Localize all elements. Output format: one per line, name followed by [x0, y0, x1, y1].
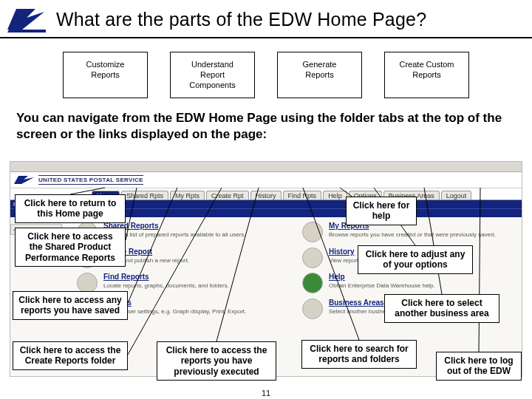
- tab-generate-reports[interactable]: Generate Reports: [277, 52, 362, 98]
- find-reports-icon: [77, 273, 98, 293]
- section-desc: Create and publish a new report.: [103, 257, 289, 265]
- page-title: What are the parts of the EDW Home Page?: [56, 9, 426, 30]
- usps-eagle-logo-small: [13, 174, 35, 186]
- tab-history[interactable]: History: [250, 191, 282, 200]
- section-heading: Options: [103, 299, 289, 307]
- usps-eagle-logo: [6, 4, 47, 34]
- callout-home: Click here to return to this Home page: [15, 194, 126, 223]
- business-areas-icon: [302, 299, 323, 319]
- section-heading: Create Report: [103, 248, 289, 256]
- slide-header: What are the parts of the EDW Home Page?: [0, 0, 532, 38]
- section-desc: Locate reports, graphs, documents, and f…: [103, 282, 289, 290]
- callout-search: Click here to search for reports and fol…: [301, 340, 417, 369]
- section-find-reports[interactable]: Find Reports Locate reports, graphs, doc…: [77, 273, 289, 290]
- tab-shared-rpts[interactable]: Shared Rpts: [121, 191, 168, 200]
- section-heading: Shared Reports: [103, 222, 289, 230]
- window-title-bar: [10, 162, 522, 172]
- callout-executed: Click here to access the reports you hav…: [157, 341, 276, 381]
- callout-logout: Click here to log out of the EDW: [436, 352, 522, 381]
- tab-customize-reports[interactable]: Customize Reports: [63, 52, 148, 98]
- intro-text: You can navigate from the EDW Home Page …: [0, 106, 532, 148]
- tab-understand-components[interactable]: Understand Report Components: [170, 52, 255, 98]
- callout-shared: Click here to access the Shared Product …: [15, 228, 126, 267]
- section-heading: Help: [329, 273, 514, 281]
- section-desc: Browse reports you have created or that …: [329, 231, 514, 239]
- my-reports-icon: [302, 222, 323, 242]
- section-tabs-row: Customize Reports Understand Report Comp…: [0, 52, 532, 98]
- brand-bar: UNITED STATES POSTAL SERVICE: [10, 172, 522, 188]
- section-desc: Browse a list of prepared reports availa…: [103, 231, 289, 239]
- section-heading: Find Reports: [103, 273, 289, 281]
- section-desc: Specify user settings, e.g. Graph displa…: [103, 308, 289, 316]
- history-icon: [302, 248, 323, 268]
- tab-logout[interactable]: Logout: [441, 191, 472, 200]
- callout-options: Click here to adjust any of your options: [358, 245, 473, 274]
- tab-create-rpt[interactable]: Create Rpt: [206, 191, 249, 200]
- page-number: 11: [0, 389, 532, 398]
- svg-marker-2: [7, 30, 46, 33]
- tab-my-rpts[interactable]: My Rpts: [170, 191, 205, 200]
- tab-find-rpts[interactable]: Find Rpts: [283, 191, 322, 200]
- callout-create: Click here to access the Create Reports …: [13, 341, 128, 370]
- tab-help[interactable]: Help: [323, 191, 347, 200]
- help-icon: [302, 273, 323, 293]
- callout-saved: Click here to access any reports you hav…: [13, 291, 128, 320]
- svg-marker-3: [14, 176, 34, 184]
- section-desc: Obtain Enterprise Data Warehouse help.: [329, 282, 514, 290]
- callout-help: Click here for help: [346, 197, 417, 225]
- callout-business: Click here to select another business ar…: [384, 294, 499, 323]
- tab-create-custom-reports[interactable]: Create Custom Reports: [384, 52, 469, 98]
- section-help[interactable]: Help Obtain Enterprise Data Warehouse he…: [302, 273, 514, 290]
- brand-text: UNITED STATES POSTAL SERVICE: [38, 175, 143, 185]
